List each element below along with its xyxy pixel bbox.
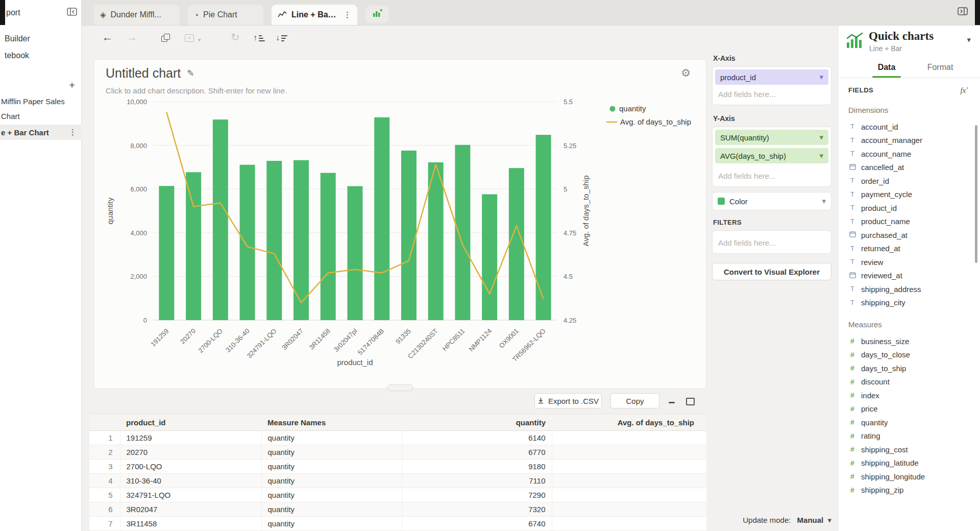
tab-dunder-mifflin[interactable]: ◈ Dunder Miffl... — [94, 5, 180, 25]
y-axis-field-pill-avg-days-to-ship[interactable]: AVG(days_to_ship) ▾ — [715, 148, 828, 163]
field-item-dimension[interactable]: Taccount_manager — [838, 134, 980, 148]
field-item-dimension[interactable]: purchased_at — [838, 228, 980, 242]
table-row[interactable]: 220270quantity6770 — [89, 445, 706, 460]
refresh-icon[interactable]: ↻ — [231, 32, 240, 42]
table-row[interactable]: 63R02047quantity7320 — [89, 502, 706, 517]
table-row[interactable]: 73R11458quantity6740 — [89, 517, 706, 531]
field-item-dimension[interactable]: Tproduct_id — [838, 201, 980, 215]
field-item-measure[interactable]: #shipping_cost — [838, 443, 980, 456]
item-menu-icon[interactable]: ⋮ — [69, 128, 82, 137]
chart-bar[interactable] — [213, 119, 228, 320]
x-axis-field-pill[interactable]: product_id ▾ — [715, 69, 828, 85]
sidebar-item-builder[interactable]: Builder — [5, 34, 30, 43]
col-header-avg-days-to-ship[interactable]: Avg. of days_to_ship — [552, 414, 706, 431]
field-item-dimension[interactable]: Tshipping_city — [838, 296, 980, 310]
chart-title[interactable]: Untitled chart ✎ — [106, 66, 194, 81]
chart-bar[interactable] — [536, 135, 551, 320]
sidebar-item-notebook[interactable]: tebook — [5, 51, 29, 60]
chart-bar[interactable] — [482, 194, 497, 320]
field-item-dimension[interactable]: Torder_id — [838, 174, 980, 188]
add-formula-icon[interactable]: fx+ — [961, 85, 969, 95]
chart-bar[interactable] — [374, 117, 389, 320]
sidebar-item-pie-chart[interactable]: Chart — [1, 112, 20, 120]
chart-bar[interactable] — [159, 186, 174, 320]
sidebar-item-collection[interactable]: Mifflin Paper Sales — [1, 97, 65, 106]
expand-table-icon[interactable] — [686, 398, 695, 405]
y-axis-field-pill-sum-quantity[interactable]: SUM(quantity) ▾ — [715, 130, 828, 145]
field-item-dimension[interactable]: Tproduct_name — [838, 215, 980, 229]
undo-back-icon[interactable]: ← — [102, 32, 113, 42]
field-item-dimension[interactable]: Tshipping_address — [838, 282, 980, 296]
field-item-measure[interactable]: #days_to_close — [838, 348, 980, 362]
field-item-dimension[interactable]: reviewed_at — [838, 269, 980, 283]
collapse-sidebar-icon[interactable] — [67, 8, 77, 18]
field-item-dimension[interactable]: Treturned_at — [838, 242, 980, 256]
col-header-quantity[interactable]: quantity — [402, 414, 552, 431]
legend-label-quantity[interactable]: quantity — [619, 104, 646, 113]
field-item-measure[interactable]: #index — [838, 389, 980, 402]
new-chart-button[interactable] — [365, 6, 389, 23]
add-item-button[interactable]: + — [69, 80, 75, 90]
chart-settings-gear-icon[interactable]: ⚙ — [681, 67, 691, 79]
field-item-measure[interactable]: #quantity — [838, 416, 980, 429]
copy-button[interactable]: Copy — [610, 393, 659, 408]
field-item-dimension[interactable]: Tpayment_cycle — [838, 188, 980, 202]
collapse-right-panel-icon[interactable] — [958, 7, 969, 16]
chart-bar[interactable] — [321, 173, 336, 320]
field-item-measure[interactable]: #shipping_latitude — [838, 456, 980, 470]
chart-bar[interactable] — [266, 161, 282, 320]
export-csv-button[interactable]: Export to .CSV — [534, 393, 602, 408]
redo-forward-icon[interactable]: → — [127, 32, 137, 42]
sort-ascending-icon[interactable]: ↑ — [253, 34, 265, 41]
table-row[interactable]: 1191259quantity6140 — [89, 431, 706, 445]
scrollbar-thumb[interactable] — [975, 125, 977, 263]
tab-data[interactable]: Data — [869, 57, 904, 78]
cell-measure-name: quantity — [261, 488, 402, 502]
tab-line-bar-chart-active[interactable]: Line + Bar Chart ⋮ — [272, 5, 357, 25]
table-row[interactable]: 5324791-LQOquantity7290 — [89, 488, 706, 502]
chevron-down-icon[interactable]: ▾ — [967, 35, 971, 44]
chart-bar[interactable] — [509, 168, 524, 320]
tab-menu-icon[interactable]: ⋮ — [344, 10, 351, 19]
duplicate-chart-icon[interactable] — [161, 34, 170, 42]
col-header-measure-names[interactable]: Measure Names — [261, 414, 402, 431]
legend-label-avg-days-to-ship[interactable]: Avg. of days_to_ship — [620, 117, 691, 126]
filters-add-fields-placeholder[interactable]: Add fields here... — [715, 233, 828, 251]
field-item-measure[interactable]: #price — [838, 402, 980, 416]
sort-descending-icon[interactable]: ↓ — [276, 34, 287, 41]
edit-pencil-icon[interactable]: ✎ — [187, 68, 194, 79]
y-axis-add-fields-placeholder[interactable]: Add fields here... — [715, 166, 828, 184]
convert-to-visual-explorer-button[interactable]: Convert to Visual Explorer — [712, 263, 831, 280]
chart-bar[interactable] — [348, 186, 363, 320]
field-item-measure[interactable]: #shipping_zip — [838, 484, 980, 497]
field-item-measure[interactable]: #days_to_ship — [838, 361, 980, 375]
resize-drag-handle[interactable] — [387, 384, 413, 391]
chevron-down-icon[interactable]: ▾ — [198, 35, 201, 45]
chart-bar[interactable] — [455, 145, 470, 320]
tab-format[interactable]: Format — [920, 57, 961, 78]
x-axis-add-fields-placeholder[interactable]: Add fields here... — [715, 85, 828, 102]
table-header-row: product_id Measure Names quantity Avg. o… — [89, 414, 706, 431]
field-item-measure[interactable]: #shipping_longitude — [838, 470, 980, 484]
col-header-product-id[interactable]: product_id — [120, 414, 261, 431]
chart-bar[interactable] — [186, 172, 201, 320]
field-item-dimension[interactable]: Taccount_name — [838, 147, 980, 161]
tab-pie-chart[interactable]: ◔ Pie Chart — [188, 5, 263, 25]
field-item-dimension[interactable]: Taccount_id — [838, 120, 980, 134]
collapse-table-icon[interactable] — [669, 396, 677, 404]
table-row[interactable]: 4310-36-40quantity7110 — [89, 474, 706, 488]
remove-chart-icon[interactable]: × — [185, 34, 194, 42]
field-item-dimension[interactable]: Treview — [838, 255, 980, 269]
field-item-measure[interactable]: #business_size — [838, 334, 980, 348]
field-item-measure[interactable]: #discount — [838, 375, 980, 389]
sidebar-item-line-bar-chart-active[interactable]: e + Bar Chart ⋮ — [0, 125, 82, 140]
chart-bar[interactable] — [240, 165, 255, 320]
field-item-dimension[interactable]: cancelled_at — [838, 161, 980, 175]
color-field-row[interactable]: Color ▾ — [712, 192, 831, 210]
chart-description-placeholder[interactable]: Click to add chart description. Shift-en… — [106, 86, 287, 95]
table-row[interactable]: 32700-LQOquantity9180 — [89, 460, 706, 474]
text-type-icon: T — [848, 137, 856, 144]
update-mode-dropdown[interactable]: Manual — [797, 516, 824, 524]
chart-bar[interactable] — [401, 151, 416, 320]
field-item-measure[interactable]: #rating — [838, 429, 980, 443]
